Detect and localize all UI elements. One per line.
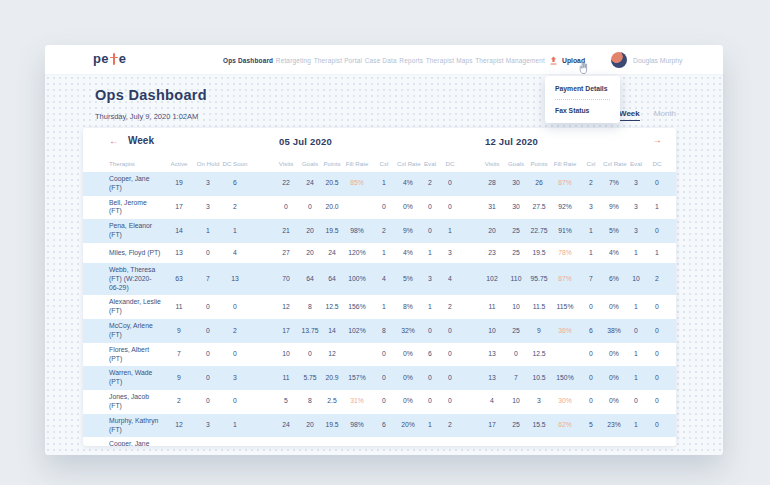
spacer <box>459 423 479 429</box>
cell-w2-fill: 150% <box>551 371 579 386</box>
table-row[interactable]: Miles, Floyd (PT)1304272024120%14%132325… <box>83 243 676 263</box>
cell-w2-dc: 1 <box>647 246 667 261</box>
table-row[interactable]: McCoy, Arlene (FT)9021713.7514102%832%00… <box>83 319 676 343</box>
nav-item[interactable]: Therapist Maps <box>426 57 473 64</box>
table-row[interactable]: Cooper, Jane (FT)1936222420.585%14%20283… <box>83 172 676 196</box>
table-row[interactable]: Pena, Eleanor (FT)1411212019.598%29%0120… <box>83 219 676 243</box>
cell-w2-cxl: 0 <box>579 371 603 386</box>
nav-item[interactable]: Retargeting <box>276 57 311 64</box>
cell-w2-cxl_rate: 0% <box>603 394 625 409</box>
previous-week-arrow-icon[interactable]: ← <box>109 136 119 146</box>
nav-item[interactable]: Therapist Portal <box>314 57 362 64</box>
cell-w2-cxl_rate: 6% <box>603 272 625 287</box>
col-header: Eval <box>419 160 441 167</box>
cell-w1-eval: 1 <box>419 418 441 433</box>
col-header: DC Soon <box>221 160 249 167</box>
table-row[interactable]: Bell, Jerome (FT)17320020.000%00313027.5… <box>83 196 676 220</box>
therapist-name: Miles, Floyd (PT) <box>83 246 163 261</box>
nav-item[interactable]: Case Data <box>365 57 397 64</box>
cell-w1-eval: 0 <box>419 324 441 339</box>
table-row[interactable]: Cooper, Jane (FT)00000000%0000000%00 <box>83 437 676 446</box>
cell-dc_soon: 1 <box>221 224 249 239</box>
cell-w1-eval: 0 <box>419 371 441 386</box>
cell-w1-eval: 2 <box>419 176 441 191</box>
cell-w1-eval: 0 <box>419 394 441 409</box>
cell-w2-fill: 62% <box>551 418 579 433</box>
col-header: Visits <box>273 160 299 167</box>
table-row[interactable]: Warren, Wade (PT)903115.7520.9157%00%001… <box>83 366 676 390</box>
next-week-arrow-icon[interactable]: → <box>652 135 662 145</box>
cell-w1-goals: 20 <box>299 418 321 433</box>
cell-w1-visits: 22 <box>273 176 299 191</box>
therapist-name: Webb, Theresa (FT) (W:2020-06-29) <box>83 263 163 295</box>
table-row[interactable]: Alexander, Leslie (FT)110012812.5156%18%… <box>83 295 676 319</box>
cell-active: 19 <box>163 176 195 191</box>
spacer <box>667 228 676 234</box>
cell-w1-goals: 0 <box>299 347 321 362</box>
cell-w1-visits: 11 <box>273 371 299 386</box>
cell-w2-visits: 23 <box>479 246 505 261</box>
cell-dc_soon: 1 <box>221 418 249 433</box>
cell-w1-cxl: 0 <box>371 442 397 446</box>
pete-logo[interactable]: pee <box>93 52 126 66</box>
cell-w2-visits: 13 <box>479 347 505 362</box>
table-row[interactable]: Webb, Theresa (FT) (W:2020-06-29)6371370… <box>83 263 676 295</box>
cell-w1-visits: 0 <box>273 442 299 446</box>
cell-w2-visits: 20 <box>479 224 505 239</box>
cell-active: 2 <box>163 394 195 409</box>
nav-item[interactable]: Reports <box>399 57 423 64</box>
cell-w1-points: 19.5 <box>321 418 343 433</box>
col-header: Active <box>163 160 195 167</box>
therapist-name: Pena, Eleanor (FT) <box>83 219 163 243</box>
table-row[interactable]: Flores, Albert (PT)7001001200%6013012.50… <box>83 343 676 367</box>
nav-links: Ops DashboardRetargetingTherapist Portal… <box>223 45 545 75</box>
cell-w1-goals: 13.75 <box>299 324 321 339</box>
menu-item[interactable]: Fax Status <box>555 99 610 114</box>
therapist-name: McCoy, Arlene (FT) <box>83 319 163 343</box>
col-header: Therapist <box>83 160 163 167</box>
spacer <box>249 228 273 234</box>
cell-on_hold: 7 <box>195 272 221 287</box>
spacer <box>249 181 273 187</box>
cell-w2-dc: 0 <box>647 347 667 362</box>
cell-w2-fill: 92% <box>551 200 579 215</box>
app-window: pee Ops DashboardRetargetingTherapist Po… <box>45 45 723 455</box>
cell-w2-dc: 0 <box>647 224 667 239</box>
cell-w2-points: 0 <box>527 442 551 446</box>
cell-w2-cxl: 2 <box>579 176 603 191</box>
cell-w2-visits: 0 <box>479 442 505 446</box>
cell-w2-cxl: 0 <box>579 394 603 409</box>
cell-active: 0 <box>163 442 195 446</box>
cell-w1-visits: 70 <box>273 272 299 287</box>
cell-active: 9 <box>163 324 195 339</box>
table-row[interactable]: Murphy, Kathryn (FT)1231242019.598%620%1… <box>83 414 676 438</box>
cell-w1-cxl_rate: 0% <box>397 394 419 409</box>
cell-w2-points: 27.5 <box>527 200 551 215</box>
spacer <box>459 228 479 234</box>
cell-dc_soon: 3 <box>221 371 249 386</box>
cell-w1-dc: 0 <box>441 347 459 362</box>
cell-w1-cxl_rate: 9% <box>397 224 419 239</box>
cell-w2-cxl: 5 <box>579 418 603 433</box>
cell-w2-cxl_rate: 5% <box>603 224 625 239</box>
spacer <box>667 181 676 187</box>
cell-w2-dc: 0 <box>647 394 667 409</box>
cell-w2-cxl_rate: 4% <box>603 246 625 261</box>
cell-w2-eval: 3 <box>625 200 647 215</box>
cell-w1-dc: 0 <box>441 176 459 191</box>
cell-w1-points: 12.5 <box>321 300 343 315</box>
tab-month[interactable]: Month <box>654 109 676 121</box>
cell-active: 9 <box>163 371 195 386</box>
nav-item[interactable]: Therapist Management <box>475 57 545 64</box>
spacer <box>249 250 273 256</box>
spacer <box>459 250 479 256</box>
cell-w1-cxl_rate: 0% <box>397 442 419 446</box>
cell-w1-goals: 24 <box>299 176 321 191</box>
table-row[interactable]: Jones, Jacob (FT)200582.531%00%00410330%… <box>83 390 676 414</box>
nav-item[interactable]: Ops Dashboard <box>223 57 273 64</box>
user-menu[interactable]: Douglas Murphy <box>611 45 683 75</box>
menu-item[interactable]: Payment Details <box>555 85 610 92</box>
tab-week[interactable]: Week <box>619 109 640 121</box>
cell-w2-fill: 115% <box>551 300 579 315</box>
cell-w2-points: 11.5 <box>527 300 551 315</box>
